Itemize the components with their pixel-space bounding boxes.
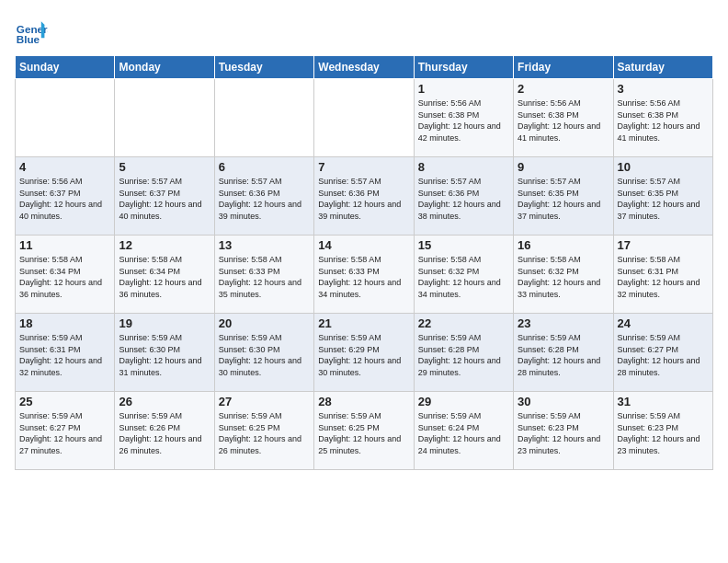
calendar-cell: 20Sunrise: 5:59 AM Sunset: 6:30 PM Dayli… (214, 314, 313, 392)
weekday-header-monday: Monday (115, 56, 214, 79)
logo: General Blue (15, 15, 53, 48)
calendar-cell (16, 79, 115, 157)
day-number: 13 (219, 238, 310, 252)
day-number: 16 (518, 238, 609, 252)
day-number: 6 (219, 160, 310, 174)
day-info: Sunrise: 5:59 AM Sunset: 6:25 PM Dayligh… (219, 410, 310, 456)
day-number: 25 (19, 395, 110, 408)
day-info: Sunrise: 5:59 AM Sunset: 6:23 PM Dayligh… (518, 410, 609, 456)
calendar-cell: 30Sunrise: 5:59 AM Sunset: 6:23 PM Dayli… (514, 392, 613, 470)
day-info: Sunrise: 5:59 AM Sunset: 6:30 PM Dayligh… (219, 332, 310, 378)
day-info: Sunrise: 5:59 AM Sunset: 6:26 PM Dayligh… (119, 410, 210, 456)
day-info: Sunrise: 5:59 AM Sunset: 6:25 PM Dayligh… (318, 410, 409, 456)
calendar-cell: 19Sunrise: 5:59 AM Sunset: 6:30 PM Dayli… (115, 314, 214, 392)
calendar-cell: 16Sunrise: 5:58 AM Sunset: 6:32 PM Dayli… (514, 236, 613, 314)
day-info: Sunrise: 5:59 AM Sunset: 6:24 PM Dayligh… (418, 410, 509, 456)
day-info: Sunrise: 5:58 AM Sunset: 6:32 PM Dayligh… (518, 254, 609, 300)
calendar-cell: 25Sunrise: 5:59 AM Sunset: 6:27 PM Dayli… (16, 392, 115, 470)
day-info: Sunrise: 5:59 AM Sunset: 6:23 PM Dayligh… (618, 410, 709, 456)
header: General Blue (15, 15, 713, 48)
day-number: 31 (618, 395, 709, 408)
calendar-cell (214, 79, 313, 157)
calendar-cell: 28Sunrise: 5:59 AM Sunset: 6:25 PM Dayli… (314, 392, 414, 470)
day-number: 21 (318, 316, 409, 330)
weekday-header-wednesday: Wednesday (314, 56, 414, 79)
calendar-cell: 6Sunrise: 5:57 AM Sunset: 6:36 PM Daylig… (214, 157, 313, 236)
calendar-cell: 15Sunrise: 5:58 AM Sunset: 6:32 PM Dayli… (414, 236, 513, 314)
calendar-cell: 14Sunrise: 5:58 AM Sunset: 6:33 PM Dayli… (314, 236, 414, 314)
calendar-cell: 9Sunrise: 5:57 AM Sunset: 6:35 PM Daylig… (514, 157, 613, 236)
calendar-cell: 31Sunrise: 5:59 AM Sunset: 6:23 PM Dayli… (613, 392, 712, 470)
day-info: Sunrise: 5:58 AM Sunset: 6:33 PM Dayligh… (219, 254, 310, 300)
calendar-cell: 18Sunrise: 5:59 AM Sunset: 6:31 PM Dayli… (16, 314, 115, 392)
day-number: 4 (19, 160, 110, 174)
calendar-cell: 5Sunrise: 5:57 AM Sunset: 6:37 PM Daylig… (115, 157, 214, 236)
day-info: Sunrise: 5:56 AM Sunset: 6:37 PM Dayligh… (19, 176, 110, 222)
day-number: 3 (618, 82, 709, 96)
day-info: Sunrise: 5:56 AM Sunset: 6:38 PM Dayligh… (618, 98, 709, 144)
day-info: Sunrise: 5:57 AM Sunset: 6:36 PM Dayligh… (418, 176, 509, 222)
calendar-cell: 17Sunrise: 5:58 AM Sunset: 6:31 PM Dayli… (613, 236, 712, 314)
calendar-cell: 12Sunrise: 5:58 AM Sunset: 6:34 PM Dayli… (115, 236, 214, 314)
day-info: Sunrise: 5:57 AM Sunset: 6:35 PM Dayligh… (618, 176, 709, 222)
day-number: 19 (119, 316, 210, 330)
day-number: 20 (219, 316, 310, 330)
day-info: Sunrise: 5:57 AM Sunset: 6:36 PM Dayligh… (318, 176, 409, 222)
day-number: 14 (318, 238, 409, 252)
calendar-cell: 29Sunrise: 5:59 AM Sunset: 6:24 PM Dayli… (414, 392, 513, 470)
calendar-cell: 1Sunrise: 5:56 AM Sunset: 6:38 PM Daylig… (414, 79, 513, 157)
calendar-cell: 2Sunrise: 5:56 AM Sunset: 6:38 PM Daylig… (514, 79, 613, 157)
calendar-body: 1Sunrise: 5:56 AM Sunset: 6:38 PM Daylig… (16, 79, 713, 470)
day-info: Sunrise: 5:57 AM Sunset: 6:35 PM Dayligh… (518, 176, 609, 222)
day-number: 23 (518, 316, 609, 330)
day-number: 24 (618, 316, 709, 330)
day-info: Sunrise: 5:59 AM Sunset: 6:28 PM Dayligh… (518, 332, 609, 378)
weekday-header-tuesday: Tuesday (214, 56, 313, 79)
weekday-header-row: SundayMondayTuesdayWednesdayThursdayFrid… (16, 56, 713, 79)
calendar-cell: 8Sunrise: 5:57 AM Sunset: 6:36 PM Daylig… (414, 157, 513, 236)
calendar-cell (314, 79, 414, 157)
day-number: 9 (518, 160, 609, 174)
calendar-cell: 26Sunrise: 5:59 AM Sunset: 6:26 PM Dayli… (115, 392, 214, 470)
calendar-table: SundayMondayTuesdayWednesdayThursdayFrid… (15, 55, 713, 470)
day-number: 2 (518, 82, 609, 96)
day-number: 17 (618, 238, 709, 252)
day-info: Sunrise: 5:59 AM Sunset: 6:29 PM Dayligh… (318, 332, 409, 378)
day-info: Sunrise: 5:58 AM Sunset: 6:34 PM Dayligh… (19, 254, 110, 300)
day-info: Sunrise: 5:59 AM Sunset: 6:27 PM Dayligh… (618, 332, 709, 378)
day-info: Sunrise: 5:56 AM Sunset: 6:38 PM Dayligh… (518, 98, 609, 144)
calendar-cell: 3Sunrise: 5:56 AM Sunset: 6:38 PM Daylig… (613, 79, 712, 157)
day-number: 5 (119, 160, 210, 174)
day-info: Sunrise: 5:59 AM Sunset: 6:28 PM Dayligh… (418, 332, 509, 378)
day-number: 28 (318, 395, 409, 408)
day-number: 18 (19, 316, 110, 330)
calendar-cell: 21Sunrise: 5:59 AM Sunset: 6:29 PM Dayli… (314, 314, 414, 392)
weekday-header-saturday: Saturday (613, 56, 712, 79)
calendar-week-row: 25Sunrise: 5:59 AM Sunset: 6:27 PM Dayli… (16, 392, 713, 470)
calendar-cell: 27Sunrise: 5:59 AM Sunset: 6:25 PM Dayli… (214, 392, 313, 470)
day-info: Sunrise: 5:59 AM Sunset: 6:30 PM Dayligh… (119, 332, 210, 378)
calendar-cell: 10Sunrise: 5:57 AM Sunset: 6:35 PM Dayli… (613, 157, 712, 236)
calendar-cell: 4Sunrise: 5:56 AM Sunset: 6:37 PM Daylig… (16, 157, 115, 236)
day-info: Sunrise: 5:58 AM Sunset: 6:34 PM Dayligh… (119, 254, 210, 300)
weekday-header-thursday: Thursday (414, 56, 513, 79)
day-number: 30 (518, 395, 609, 408)
weekday-header-friday: Friday (514, 56, 613, 79)
calendar-cell: 23Sunrise: 5:59 AM Sunset: 6:28 PM Dayli… (514, 314, 613, 392)
calendar-week-row: 11Sunrise: 5:58 AM Sunset: 6:34 PM Dayli… (16, 236, 713, 314)
day-number: 12 (119, 238, 210, 252)
day-info: Sunrise: 5:57 AM Sunset: 6:37 PM Dayligh… (119, 176, 210, 222)
logo-icon: General Blue (15, 15, 48, 48)
day-info: Sunrise: 5:58 AM Sunset: 6:33 PM Dayligh… (318, 254, 409, 300)
day-info: Sunrise: 5:58 AM Sunset: 6:31 PM Dayligh… (618, 254, 709, 300)
day-number: 29 (418, 395, 509, 408)
day-info: Sunrise: 5:59 AM Sunset: 6:31 PM Dayligh… (19, 332, 110, 378)
day-number: 15 (418, 238, 509, 252)
calendar-cell: 24Sunrise: 5:59 AM Sunset: 6:27 PM Dayli… (613, 314, 712, 392)
day-info: Sunrise: 5:56 AM Sunset: 6:38 PM Dayligh… (418, 98, 509, 144)
weekday-header-sunday: Sunday (16, 56, 115, 79)
svg-text:Blue: Blue (17, 33, 40, 45)
calendar-cell: 7Sunrise: 5:57 AM Sunset: 6:36 PM Daylig… (314, 157, 414, 236)
day-info: Sunrise: 5:57 AM Sunset: 6:36 PM Dayligh… (219, 176, 310, 222)
day-number: 11 (19, 238, 110, 252)
